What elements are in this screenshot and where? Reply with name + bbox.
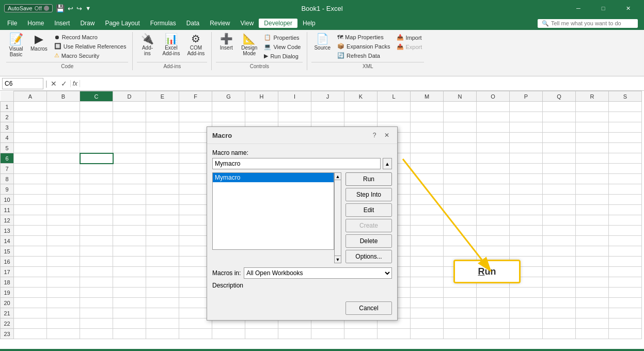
col-header-C[interactable]: C [80,91,113,102]
expansion-packs-button[interactable]: 📦 Expansion Packs [335,42,392,51]
cell-M10[interactable] [411,195,444,205]
cell-M9[interactable] [411,184,444,195]
cell-D3[interactable] [113,122,146,133]
cell-S14[interactable] [609,236,642,246]
cell-M3[interactable] [411,122,444,133]
col-header-S[interactable]: S [609,91,642,102]
cell-R23[interactable] [576,329,609,339]
cell-O15[interactable] [477,246,510,257]
cell-A8[interactable] [14,174,47,184]
menu-item-developer[interactable]: Developer [259,19,297,28]
cell-A7[interactable] [14,164,47,174]
cell-M15[interactable] [411,246,444,257]
cell-O19[interactable] [477,288,510,298]
cell-R5[interactable] [576,143,609,153]
scrollbar-up[interactable]: ▲ [335,173,341,180]
cell-S11[interactable] [609,205,642,215]
run-dialog-button[interactable]: ▶ Run Dialog [262,52,303,60]
col-header-M[interactable]: M [411,91,444,102]
cell-J1[interactable] [311,102,344,112]
cell-C18[interactable] [80,277,113,288]
cell-D18[interactable] [113,277,146,288]
cell-P18[interactable] [510,277,543,288]
cell-Q14[interactable] [543,236,576,246]
row-header-1[interactable]: 1 [1,102,14,112]
cell-D23[interactable] [113,329,146,339]
macro-security-button[interactable]: ⚠ Macro Security [52,51,129,60]
cell-P16[interactable] [510,257,543,267]
cell-C5[interactable] [80,143,113,153]
cell-O8[interactable] [477,174,510,184]
cell-Q18[interactable] [543,277,576,288]
cell-P10[interactable] [510,195,543,205]
cell-P12[interactable] [510,215,543,226]
cell-M18[interactable] [411,277,444,288]
cell-B22[interactable] [47,318,80,329]
cell-M19[interactable] [411,288,444,298]
macro-list-scrollbar[interactable]: ▲ ▼ [334,172,341,263]
cell-A9[interactable] [14,184,47,195]
cell-Q20[interactable] [543,298,576,308]
edit-button[interactable]: Edit [345,203,392,217]
cell-N22[interactable] [444,318,477,329]
cell-A23[interactable] [14,329,47,339]
menu-item-formulas[interactable]: Formulas [145,19,181,28]
row-header-14[interactable]: 14 [1,236,14,246]
cell-D10[interactable] [113,195,146,205]
cell-N14[interactable] [444,236,477,246]
cell-R15[interactable] [576,246,609,257]
cell-O17[interactable] [477,267,510,277]
cell-C19[interactable] [80,288,113,298]
cell-S6[interactable] [609,153,642,164]
cell-D21[interactable] [113,308,146,318]
cell-N15[interactable] [444,246,477,257]
cell-F2[interactable] [179,112,212,122]
cell-S5[interactable] [609,143,642,153]
cell-N19[interactable] [444,288,477,298]
cell-B1[interactable] [47,102,80,112]
cell-N10[interactable] [444,195,477,205]
cell-A1[interactable] [14,102,47,112]
cell-D11[interactable] [113,205,146,215]
cell-B4[interactable] [47,133,80,143]
cell-M7[interactable] [411,164,444,174]
cell-Q11[interactable] [543,205,576,215]
cell-C15[interactable] [80,246,113,257]
cell-M1[interactable] [411,102,444,112]
row-header-9[interactable]: 9 [1,184,14,195]
menu-item-file[interactable]: File [2,19,22,28]
row-header-10[interactable]: 10 [1,195,14,205]
cell-N2[interactable] [444,112,477,122]
import-button[interactable]: 📥 Import [395,33,425,42]
cell-P14[interactable] [510,236,543,246]
cell-A22[interactable] [14,318,47,329]
cell-R13[interactable] [576,226,609,236]
cell-O23[interactable] [477,329,510,339]
cell-P21[interactable] [510,308,543,318]
menu-item-review[interactable]: Review [205,19,235,28]
menu-item-insert[interactable]: Insert [49,19,75,28]
cell-L23[interactable] [378,329,411,339]
cell-A13[interactable] [14,226,47,236]
cell-R1[interactable] [576,102,609,112]
cell-O2[interactable] [477,112,510,122]
cell-C9[interactable] [80,184,113,195]
cell-Q19[interactable] [543,288,576,298]
cell-Q13[interactable] [543,226,576,236]
options-button[interactable]: Options... [345,250,392,263]
cell-M14[interactable] [411,236,444,246]
cell-G2[interactable] [212,112,245,122]
cell-E10[interactable] [146,195,179,205]
col-header-L[interactable]: L [378,91,411,102]
close-button[interactable]: ✕ [616,0,640,17]
cell-Q12[interactable] [543,215,576,226]
properties-button[interactable]: 📋 Properties [262,33,303,42]
name-box[interactable] [2,78,43,89]
cell-A14[interactable] [14,236,47,246]
cell-S19[interactable] [609,288,642,298]
cell-B23[interactable] [47,329,80,339]
cell-M16[interactable] [411,257,444,267]
customize-icon[interactable]: ▼ [85,5,91,11]
cell-R14[interactable] [576,236,609,246]
cell-M2[interactable] [411,112,444,122]
